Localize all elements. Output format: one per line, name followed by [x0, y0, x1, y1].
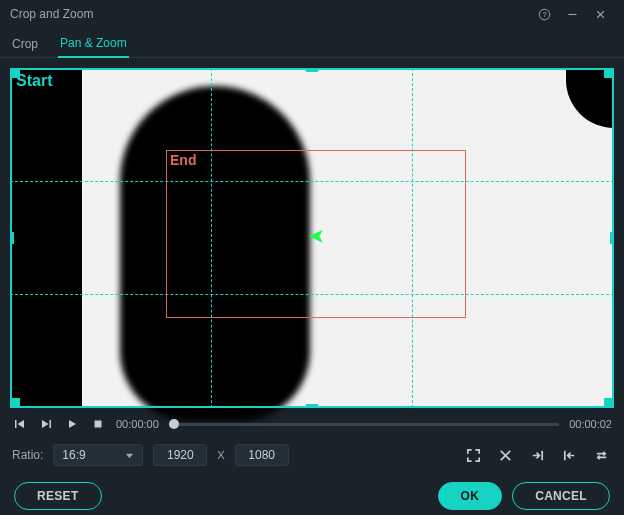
prev-frame-button[interactable]: [12, 416, 28, 432]
svg-marker-9: [69, 420, 76, 428]
cancel-button[interactable]: CANCEL: [512, 482, 610, 510]
align-start-button[interactable]: [558, 444, 580, 466]
tab-bar: Crop Pan & Zoom: [0, 28, 624, 58]
start-frame-label: Start: [16, 72, 52, 90]
svg-marker-11: [126, 453, 133, 458]
svg-marker-8: [42, 420, 49, 428]
tab-pan-and-zoom[interactable]: Pan & Zoom: [58, 30, 129, 58]
ratio-select-value: 16:9: [62, 448, 85, 462]
start-handle[interactable]: [11, 69, 20, 78]
height-input[interactable]: 1080: [235, 444, 289, 466]
align-end-button[interactable]: [526, 444, 548, 466]
total-time: 00:00:02: [569, 418, 612, 430]
play-frame-button[interactable]: [38, 416, 54, 432]
swap-button[interactable]: [590, 444, 612, 466]
ok-button[interactable]: OK: [438, 482, 503, 510]
play-button[interactable]: [64, 416, 80, 432]
reset-button[interactable]: RESET: [14, 482, 102, 510]
window-title: Crop and Zoom: [10, 7, 530, 21]
end-frame-label: End: [170, 152, 196, 168]
svg-text:?: ?: [542, 9, 546, 18]
timeline-slider[interactable]: [169, 417, 559, 431]
stop-button[interactable]: [90, 416, 106, 432]
preview-area: Start End ➤: [0, 58, 624, 412]
help-icon[interactable]: ?: [530, 0, 558, 28]
start-handle[interactable]: [11, 398, 20, 407]
close-crop-button[interactable]: [494, 444, 516, 466]
start-handle[interactable]: [10, 232, 14, 244]
timeline-track: [169, 423, 559, 426]
timeline-knob[interactable]: [169, 419, 179, 429]
titlebar: Crop and Zoom ?: [0, 0, 624, 28]
fit-screen-button[interactable]: [462, 444, 484, 466]
minimize-button[interactable]: [558, 0, 586, 28]
ratio-row: Ratio: 16:9 1920 X 1080: [0, 440, 624, 476]
svg-rect-7: [50, 420, 52, 428]
width-input[interactable]: 1920: [153, 444, 207, 466]
ratio-label: Ratio:: [12, 448, 43, 462]
close-button[interactable]: [586, 0, 614, 28]
dimension-separator: X: [217, 449, 224, 461]
tab-crop[interactable]: Crop: [10, 31, 40, 57]
footer: RESET OK CANCEL: [0, 476, 624, 515]
video-preview[interactable]: Start End ➤: [10, 68, 614, 408]
svg-marker-6: [18, 420, 25, 428]
pan-direction-icon: ➤: [309, 225, 324, 247]
svg-rect-10: [95, 421, 102, 428]
current-time: 00:00:00: [116, 418, 159, 430]
chevron-down-icon: [125, 451, 134, 460]
ratio-select[interactable]: 16:9: [53, 444, 143, 466]
playback-bar: 00:00:00 00:00:02: [0, 412, 624, 440]
svg-rect-5: [15, 420, 17, 428]
